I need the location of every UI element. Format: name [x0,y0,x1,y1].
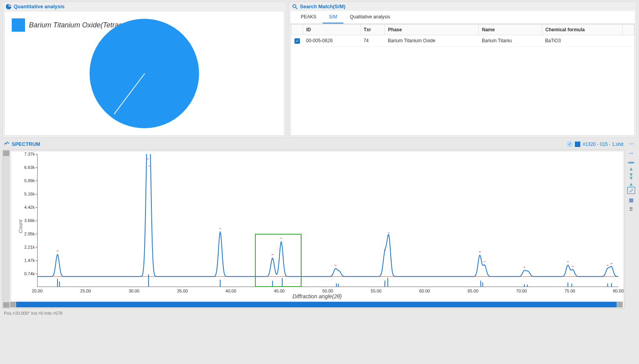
x-tick-label: 25.00 [80,287,91,293]
svg-point-21 [56,251,59,251]
x-tick-label: 40.00 [226,287,237,293]
tab-qualitative[interactable]: Qualitative analysis [343,11,396,23]
y-axis-label: Count [18,220,23,233]
svg-point-0 [293,4,296,7]
x-tick-label: 45.00 [274,287,285,293]
x-tick-label: 75.00 [564,287,575,293]
col-formula[interactable]: Chemical formula [542,25,623,35]
pie-chart [90,19,199,128]
search-icon [292,4,298,9]
spectrum-toolbar: ⋯ ↔ ⇥⇤ ▲▼ ▼▲ ⤢ ▦ ⠿ [626,140,636,213]
horizontal-scrollbar[interactable] [10,301,623,308]
legend-swatch [12,18,25,32]
x-tick-label: 60.00 [419,287,430,293]
expand-horizontal-icon[interactable]: ↔ [627,149,635,156]
expand-vertical-icon[interactable]: ▲▼ [627,168,635,175]
svg-point-24 [219,228,221,228]
x-tick-label: 20.00 [32,287,43,293]
svg-point-28 [384,250,386,250]
vertical-scrollbar[interactable] [3,150,10,308]
x-tick-label: 55.00 [371,287,382,293]
spectrum-color-swatch [575,142,580,147]
status-bar: Pos.=20.000° Ind.=0 Inte.=578 [0,308,639,318]
col-phase[interactable]: Phase [385,25,479,35]
svg-point-22 [146,159,149,159]
col-checkbox[interactable] [291,25,303,35]
spectrum-plot[interactable]: 0.74k1.47k2.21k2.95k3.68k4.42k5.16k5.89k… [37,154,618,287]
svg-point-31 [483,262,486,262]
svg-point-30 [479,251,481,252]
col-spacer [623,25,634,35]
collapse-vertical-icon[interactable]: ▼▲ [627,178,635,185]
x-tick-label: 50.00 [322,287,333,293]
spectrum-chart-container: Count Diffraction angle(2θ) 0.74k1.47k2.… [2,150,625,308]
col-id[interactable]: ID [303,25,361,35]
svg-point-23 [148,166,151,166]
spectrum-file-checkbox[interactable]: ✓ [567,142,573,147]
svg-point-33 [567,262,569,262]
tab-peaks[interactable]: PEAKS [294,11,323,23]
spectrum-icon [4,141,9,147]
grid-icon[interactable]: ▦ [627,196,635,203]
col-name[interactable]: Name [479,25,542,35]
cell-id: 00-005-0626 [303,35,361,47]
cell-name: Barium Titaniu [479,35,542,47]
apps-icon[interactable]: ⠿ [627,206,635,213]
svg-point-36 [610,263,613,264]
collapse-horizontal-icon[interactable]: ⇥⇤ [627,159,635,166]
x-tick-label: 80.00 [613,287,624,293]
cell-txr: 74 [360,35,384,47]
svg-point-29 [388,233,390,233]
row-checkbox[interactable]: ✓ [294,38,300,44]
col-txr[interactable]: Txr [360,25,384,35]
svg-line-1 [296,7,297,9]
svg-point-27 [334,265,337,265]
selection-box[interactable] [255,234,302,287]
tab-sm[interactable]: S/M [323,11,343,23]
x-axis-label: Diffraction angle(2θ) [293,293,342,299]
table-row[interactable]: ✓ 00-005-0626 74 Barium Titanium Oxide B… [291,35,634,47]
quant-title: Quantitative analysis [14,4,65,9]
svg-point-32 [523,267,526,267]
svg-point-34 [572,266,574,266]
x-tick-label: 35.00 [177,287,188,293]
spectrum-file-label[interactable]: #1320 - 015 - 1.shd [583,142,623,147]
spectrum-title: SPECTRUM [12,141,40,147]
cell-formula: BaTiO3 [542,35,623,47]
x-tick-label: 70.00 [516,287,527,293]
quantitative-analysis-panel: Quantitative analysis Barium Titanium Ox… [2,2,286,138]
cell-phase: Barium Titanium Oxide [385,35,479,47]
search-title: Search Match(S/M) [300,4,345,9]
svg-point-35 [607,265,609,265]
more-options-icon[interactable]: ⋯ [627,140,635,147]
fullscreen-icon[interactable]: ⤢ [627,187,635,194]
search-match-panel: Search Match(S/M) PEAKS S/M Qualitative … [289,2,637,138]
search-tabs: PEAKS S/M Qualitative analysis [291,11,635,24]
search-results-table: ID Txr Phase Name Chemical formula ✓ 00-… [291,24,634,47]
x-tick-label: 30.00 [129,287,140,293]
x-tick-label: 65.00 [468,287,479,293]
pie-chart-icon [6,4,11,9]
